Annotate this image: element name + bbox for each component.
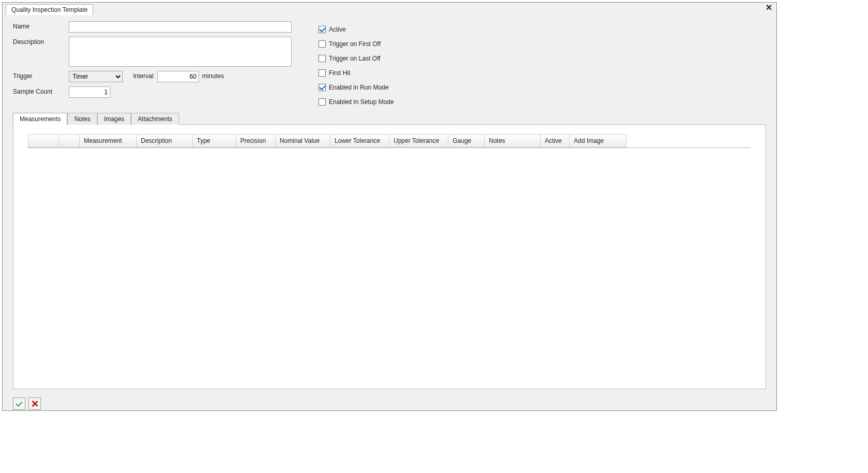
quality-inspection-template-window: Quality Inspection Template ✕ Name Descr… [2, 2, 777, 411]
trigger-row: Trigger Timer Interval minutes [13, 71, 303, 82]
trigger-last-off-row: Trigger on Last Off [319, 51, 394, 66]
grid-header-upper-tolerance[interactable]: Upper Tolerance [389, 134, 449, 147]
close-icon[interactable]: ✕ [765, 4, 772, 12]
sample-count-label: Sample Count [13, 86, 69, 95]
grid-header-lower-tolerance[interactable]: Lower Tolerance [330, 134, 389, 147]
active-checkbox-label: Active [329, 26, 346, 33]
description-label: Description [13, 37, 69, 46]
tab-images[interactable]: Images [97, 113, 131, 125]
x-icon [31, 400, 38, 407]
enabled-setup-label: Enabled In Setup Mode [329, 98, 394, 106]
form-body: Name Description Trigger Timer Interval … [3, 15, 776, 397]
description-row: Description [13, 37, 303, 67]
trigger-select[interactable]: Timer [69, 71, 123, 82]
tab-notes[interactable]: Notes [67, 113, 97, 125]
interval-input[interactable] [157, 71, 199, 82]
trigger-last-off-checkbox[interactable] [319, 55, 326, 62]
trigger-first-off-checkbox[interactable] [319, 40, 326, 48]
grid-header-notes[interactable]: Notes [485, 134, 541, 147]
description-input[interactable] [69, 37, 292, 67]
form-area: Name Description Trigger Timer Interval … [13, 21, 766, 109]
enabled-run-row: Enabled in Run Mode [319, 80, 394, 95]
subtabs: Measurements Notes Images Attachments [13, 112, 766, 124]
name-row: Name [13, 21, 303, 33]
grid-header-description[interactable]: Description [137, 134, 193, 147]
sample-count-input[interactable] [69, 86, 110, 98]
grid-header-precision[interactable]: Precision [236, 134, 276, 147]
first-hit-label: First Hit [329, 69, 350, 77]
trigger-first-off-row: Trigger on First Off [319, 37, 394, 51]
grid-header-type[interactable]: Type [193, 134, 236, 147]
enabled-setup-row: Enabled In Setup Mode [319, 95, 394, 109]
name-input[interactable] [69, 21, 292, 33]
sample-count-row: Sample Count [13, 86, 303, 98]
accept-button[interactable] [13, 397, 25, 410]
interval-units: minutes [199, 71, 224, 80]
enabled-run-label: Enabled in Run Mode [329, 84, 388, 91]
footer-buttons [3, 397, 776, 413]
enabled-run-checkbox[interactable] [319, 84, 326, 91]
window-title-tab: Quality Inspection Template [6, 4, 93, 15]
enabled-setup-checkbox[interactable] [319, 98, 326, 106]
left-column: Name Description Trigger Timer Interval … [13, 21, 303, 109]
name-label: Name [13, 21, 69, 30]
active-checkbox[interactable] [319, 26, 326, 33]
trigger-label: Trigger [13, 71, 69, 80]
active-checkbox-row: Active [319, 22, 394, 37]
right-column: Active Trigger on First Off Trigger on L… [319, 21, 394, 109]
trigger-last-off-label: Trigger on Last Off [329, 55, 380, 62]
grid-panel: Measurement Description Type Precision N… [13, 124, 766, 389]
titlebar: Quality Inspection Template ✕ [3, 3, 776, 15]
grid-header-row: Measurement Description Type Precision N… [28, 134, 751, 148]
trigger-first-off-label: Trigger on First Off [329, 40, 381, 48]
first-hit-checkbox[interactable] [319, 69, 326, 77]
grid-header-add-image[interactable]: Add Image [570, 134, 627, 147]
grid-header-nominal[interactable]: Nominal Value [276, 134, 330, 147]
cancel-button[interactable] [28, 397, 41, 410]
grid-header-blank1[interactable] [28, 134, 59, 147]
grid-header-active[interactable]: Active [541, 134, 570, 147]
grid-header-measurement[interactable]: Measurement [80, 134, 137, 147]
check-icon [16, 400, 22, 406]
tab-attachments[interactable]: Attachments [131, 113, 179, 125]
tab-measurements[interactable]: Measurements [13, 113, 67, 125]
interval-label: Interval [123, 71, 157, 80]
grid-header-blank2[interactable] [59, 134, 80, 147]
grid-header-gauge[interactable]: Gauge [449, 134, 485, 147]
first-hit-row: First Hit [319, 66, 394, 80]
